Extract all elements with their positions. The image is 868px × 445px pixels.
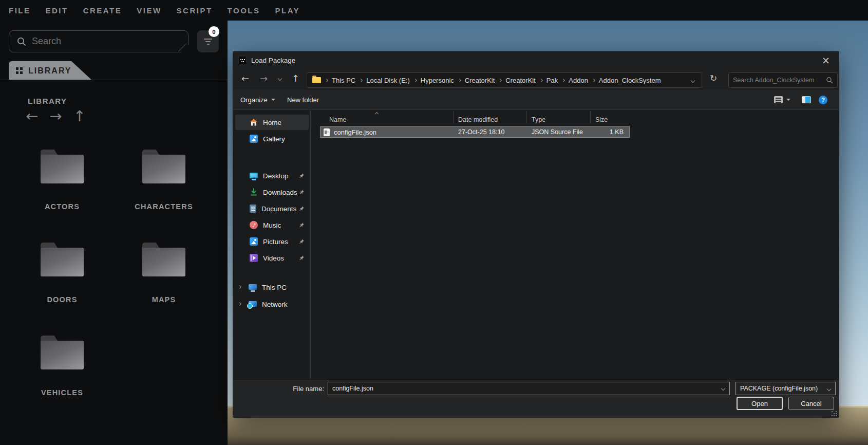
address-bar[interactable]: This PC Local Disk (E:) Hypersonic Creat…: [307, 72, 702, 88]
file-type-select[interactable]: PACKAGE (configFile.json): [735, 382, 836, 395]
pin-icon[interactable]: [298, 173, 305, 179]
breadcrumb-separator-icon: [592, 78, 595, 82]
sort-ascending-icon: [375, 112, 379, 116]
back-arrow-icon[interactable]: ←: [26, 109, 38, 124]
documents-icon: [250, 205, 256, 213]
close-icon[interactable]: ×: [819, 54, 833, 66]
refresh-icon[interactable]: ↻: [710, 73, 717, 83]
app-menu-bar: FILE EDIT CREATE VIEW SCRIPT TOOLS PLAY: [0, 0, 868, 21]
breadcrumb-segment[interactable]: Addon: [569, 77, 588, 84]
preview-pane-button[interactable]: [802, 90, 811, 109]
breadcrumb-segment[interactable]: CreatorKit: [505, 77, 536, 84]
sidebar-item-desktop[interactable]: Desktop: [235, 168, 309, 183]
file-type-value: PACKAGE (configFile.json): [740, 385, 818, 392]
folder-tile-actors[interactable]: ACTORS: [18, 150, 106, 211]
cancel-button[interactable]: Cancel: [788, 397, 834, 410]
expand-chevron-icon[interactable]: [238, 302, 241, 306]
dialog-toolbar: Organize New folder ?: [233, 90, 839, 110]
folder-icon: [142, 243, 185, 276]
breadcrumb-segment[interactable]: This PC: [332, 77, 355, 84]
screen: FILE EDIT CREATE VIEW SCRIPT TOOLS PLAY …: [0, 0, 868, 445]
view-mode-button[interactable]: [774, 90, 790, 109]
resize-grip[interactable]: [831, 411, 837, 417]
sidebar-item-pictures[interactable]: Pictures: [235, 234, 309, 249]
breadcrumb-segment[interactable]: Pak: [546, 77, 558, 84]
nav-up-icon[interactable]: ↑: [292, 73, 299, 84]
breadcrumb-separator-icon: [359, 78, 363, 82]
folder-label: DOORS: [18, 295, 106, 304]
home-icon: [250, 118, 258, 126]
chevron-down-icon: [827, 387, 831, 391]
pin-icon[interactable]: [298, 255, 305, 261]
menu-play[interactable]: PLAY: [275, 6, 300, 15]
sidebar-item-home[interactable]: Home: [235, 115, 309, 130]
nav-back-icon[interactable]: ←: [241, 73, 249, 84]
expand-chevron-icon[interactable]: [238, 285, 241, 289]
sidebar-item-downloads[interactable]: Downloads: [235, 184, 309, 200]
file-name-input[interactable]: [328, 382, 730, 395]
sidebar-item-music[interactable]: ♪ Music: [235, 217, 309, 233]
dialog-search-box[interactable]: [728, 72, 838, 88]
column-header-size[interactable]: Size: [595, 111, 608, 123]
folder-tile-doors[interactable]: DOORS: [18, 243, 106, 304]
breadcrumb-separator-icon: [325, 78, 328, 82]
dialog-title-bar: Load Package ×: [233, 52, 839, 68]
gallery-icon: [250, 135, 258, 143]
menu-view[interactable]: VIEW: [137, 6, 161, 15]
breadcrumb-segment[interactable]: Hypersonic: [421, 77, 454, 84]
help-button[interactable]: ?: [819, 90, 827, 109]
pane-splitter[interactable]: [310, 110, 311, 379]
sidebar-item-label: Home: [263, 119, 281, 126]
sidebar-item-videos[interactable]: Videos: [235, 250, 309, 266]
sidebar-item-network[interactable]: Network: [235, 296, 309, 312]
pin-icon[interactable]: [298, 238, 305, 245]
nav-recent-chevron-icon[interactable]: [278, 77, 282, 81]
open-button[interactable]: Open: [737, 397, 783, 410]
file-row-configfile[interactable]: configFile.json 27-Oct-25 18:10 JSON Sou…: [320, 126, 630, 138]
filter-count-badge: 0: [209, 26, 219, 37]
pin-icon[interactable]: [298, 222, 305, 228]
tab-underline: [0, 80, 228, 80]
folder-label: ACTORS: [18, 202, 106, 211]
new-folder-button[interactable]: New folder: [287, 90, 319, 109]
address-dropdown-icon[interactable]: [691, 79, 695, 83]
sidebar-item-documents[interactable]: Documents: [235, 201, 309, 216]
library-search-box[interactable]: [9, 30, 188, 52]
breadcrumb-segment[interactable]: Local Disk (E:): [366, 77, 410, 84]
pin-icon[interactable]: [298, 206, 305, 212]
folder-tile-characters[interactable]: CHARACTERS: [120, 150, 207, 211]
column-header-type[interactable]: Type: [532, 111, 545, 123]
up-arrow-icon[interactable]: ↑: [73, 109, 86, 124]
desktop-icon: [250, 173, 258, 178]
column-header-date-modified[interactable]: Date modified: [458, 111, 498, 123]
nav-forward-icon[interactable]: →: [260, 73, 268, 84]
menu-file[interactable]: FILE: [9, 6, 31, 15]
sidebar-item-label: Music: [263, 221, 281, 229]
menu-tools[interactable]: TOOLS: [228, 6, 260, 15]
pin-icon[interactable]: [298, 189, 305, 195]
breadcrumb-segment[interactable]: Addon_ClockSystem: [599, 77, 661, 84]
downloads-icon: [250, 188, 258, 196]
organize-button[interactable]: Organize: [240, 90, 275, 109]
folder-tile-vehicles[interactable]: VEHICLES: [18, 336, 106, 397]
sidebar-item-label: Pictures: [263, 238, 288, 246]
tab-library[interactable]: LIBRARY: [9, 61, 92, 80]
details-view-icon: [774, 96, 783, 103]
sidebar-item-this-pc[interactable]: This PC: [235, 280, 309, 295]
this-pc-icon: [249, 284, 257, 290]
videos-icon: [250, 254, 258, 262]
file-name-label: File name:: [285, 385, 324, 393]
column-header-name[interactable]: Name: [329, 111, 346, 123]
menu-script[interactable]: SCRIPT: [177, 6, 213, 15]
folder-tile-maps[interactable]: MAPS: [120, 243, 207, 304]
menu-edit[interactable]: EDIT: [46, 6, 68, 15]
menu-create[interactable]: CREATE: [83, 6, 122, 15]
forward-arrow-icon[interactable]: →: [49, 109, 62, 124]
file-name: configFile.json: [334, 128, 376, 136]
dialog-search-input[interactable]: [733, 77, 826, 84]
load-package-dialog: Load Package × ← → ↑ This PC Local Disk …: [233, 51, 839, 417]
library-search-input[interactable]: [32, 36, 171, 47]
breadcrumb-segment[interactable]: CreatorKit: [465, 77, 495, 84]
dialog-app-icon: [238, 56, 247, 64]
sidebar-item-gallery[interactable]: Gallery: [235, 131, 309, 146]
